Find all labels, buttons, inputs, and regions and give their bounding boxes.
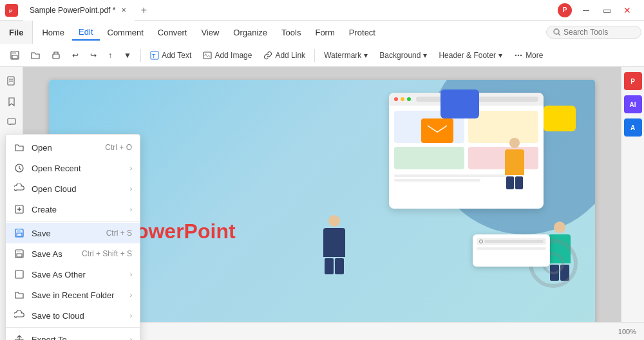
svg-rect-30 [17, 250, 21, 252]
open-quick-btn[interactable] [26, 48, 45, 62]
divider-2 [6, 327, 140, 328]
svg-text:T: T [152, 53, 156, 59]
add-text-label: Add Text [162, 51, 191, 60]
add-image-btn[interactable]: Add Image [198, 48, 257, 62]
menu-comment[interactable]: Comment [101, 25, 150, 40]
more-icon [514, 51, 523, 60]
create-arrow: › [130, 206, 132, 213]
tab-title: Sample PowerPoint.pdf * [30, 6, 115, 15]
image-icon [203, 51, 212, 60]
profile-avatar[interactable]: P [558, 3, 572, 17]
menu-item-save-as-other[interactable]: Save As Other › [6, 264, 140, 285]
file-dropdown-menu: Open Ctrl + O Open Recent › Open Cloud ›… [5, 134, 140, 340]
redo-btn[interactable]: ↪ [85, 48, 102, 62]
menu-item-save[interactable]: Save Ctrl + S [6, 223, 140, 243]
ppt-illustration [312, 86, 582, 292]
menu-item-open-cloud[interactable]: Open Cloud › [6, 178, 140, 199]
menu-home[interactable]: Home [35, 25, 71, 40]
search-box[interactable] [546, 26, 641, 39]
menu-tools[interactable]: Tools [275, 25, 307, 40]
edit-toolbar: ↩ ↪ ↑ ▼ T Add Text Add Image Add Link Wa… [0, 44, 644, 67]
folder-icon [31, 51, 40, 60]
export-to-label: Export To [32, 335, 128, 341]
header-footer-label: Header & Footer [439, 51, 496, 60]
svg-point-12 [515, 54, 516, 55]
menu-protect[interactable]: Protect [343, 25, 382, 40]
save-as-shortcut: Ctrl + Shift + S [82, 249, 132, 258]
background-dropdown-icon: ▾ [423, 51, 427, 60]
save-label: Save [32, 229, 101, 238]
divider-1 [6, 221, 140, 222]
link-icon [263, 51, 272, 60]
menu-view[interactable]: View [194, 25, 225, 40]
open-icon [14, 142, 25, 153]
save-shortcut: Ctrl + S [106, 229, 132, 238]
menu-form[interactable]: Form [308, 25, 341, 40]
add-link-btn[interactable]: Add Link [258, 48, 310, 62]
print-quick-btn[interactable] [46, 48, 66, 62]
sidebar-comment-icon[interactable] [3, 113, 21, 131]
new-tab-button[interactable]: + [135, 1, 153, 19]
more-btn[interactable]: More [509, 48, 548, 62]
title-bar: P Sample PowerPoint.pdf * ✕ + P ─ ▭ ✕ [0, 0, 644, 21]
svg-rect-19 [428, 124, 447, 137]
menu-item-save-in-recent[interactable]: Save in Recent Folder › [6, 285, 140, 305]
open-recent-label: Open Recent [32, 164, 128, 173]
menu-item-save-as[interactable]: Save As Ctrl + Shift + S [6, 243, 140, 264]
window-controls: ─ ▭ ✕ [577, 1, 636, 19]
svg-point-2 [554, 29, 559, 34]
open-label: Open [32, 143, 100, 153]
open-cloud-arrow: › [130, 185, 132, 193]
more-label: More [526, 51, 543, 60]
save-as-icon [14, 248, 25, 260]
right-panel-btn-1[interactable]: P [624, 72, 642, 90]
right-sidebar: P AI A [621, 67, 644, 340]
restore-button[interactable]: ▭ [598, 1, 616, 19]
open-recent-arrow: › [130, 165, 132, 172]
sidebar-bookmark-icon[interactable] [3, 93, 21, 111]
document-tab[interactable]: Sample PowerPoint.pdf * ✕ [23, 0, 135, 21]
header-footer-btn[interactable]: Header & Footer ▾ [433, 48, 507, 62]
open-recent-icon [14, 162, 25, 174]
svg-rect-32 [15, 270, 23, 278]
save-as-label: Save As [32, 249, 77, 259]
right-panel-btn-3[interactable]: A [624, 118, 642, 137]
save-icon [10, 51, 19, 60]
content-area: ? [0, 67, 644, 340]
menu-bar: Home Edit Comment Convert View Organize … [33, 21, 644, 44]
search-input[interactable] [564, 28, 634, 37]
menu-item-export-to[interactable]: Export To › [6, 329, 140, 340]
svg-point-13 [518, 54, 519, 55]
tab-close-button[interactable]: ✕ [119, 6, 128, 15]
minimize-button[interactable]: ─ [577, 1, 595, 19]
right-panel-btn-2[interactable]: AI [624, 95, 642, 113]
quick-dropdown[interactable]: ▼ [118, 48, 137, 62]
header-footer-dropdown-icon: ▾ [498, 51, 502, 60]
menu-item-open[interactable]: Open Ctrl + O [6, 137, 140, 158]
background-btn[interactable]: Background ▾ [374, 48, 432, 62]
menu-item-create[interactable]: Create › [6, 199, 140, 220]
sidebar-page-icon[interactable] [3, 72, 21, 90]
zoom-level: 100% [618, 328, 636, 335]
background-label: Background [379, 51, 421, 60]
menu-item-save-to-cloud[interactable]: Save to Cloud › [6, 305, 140, 326]
svg-text:P: P [9, 8, 13, 14]
menu-convert[interactable]: Convert [151, 25, 194, 40]
menu-organize[interactable]: Organize [227, 25, 274, 40]
undo-btn[interactable]: ↩ [67, 48, 84, 62]
save-icon [14, 227, 25, 239]
menu-edit[interactable]: Edit [72, 24, 99, 41]
file-menu[interactable]: File [0, 21, 33, 44]
share-btn[interactable]: ↑ [103, 48, 117, 62]
close-button[interactable]: ✕ [618, 1, 636, 19]
save-quick-btn[interactable] [5, 48, 24, 62]
svg-rect-28 [17, 233, 22, 236]
svg-point-14 [520, 54, 522, 55]
add-text-btn[interactable]: T Add Text [145, 48, 196, 62]
svg-rect-6 [12, 55, 17, 59]
save-in-recent-arrow: › [130, 292, 132, 299]
menu-item-open-recent[interactable]: Open Recent › [6, 158, 140, 178]
save-cloud-icon [14, 310, 25, 321]
watermark-btn[interactable]: Watermark ▾ [319, 48, 373, 62]
svg-rect-27 [17, 229, 21, 232]
